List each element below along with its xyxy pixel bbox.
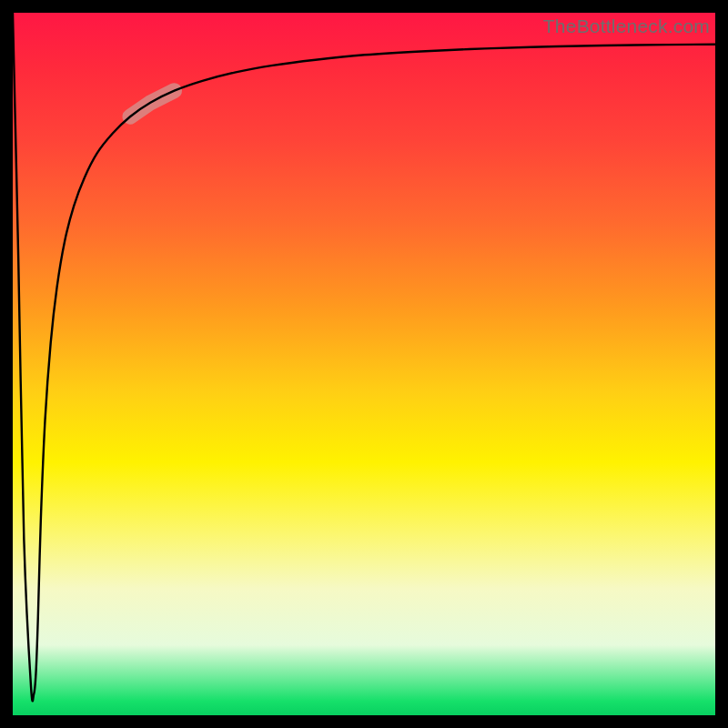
bottleneck-curve	[13, 13, 715, 701]
chart-plot	[13, 13, 715, 715]
chart-frame: TheBottleneck.com	[13, 13, 715, 715]
